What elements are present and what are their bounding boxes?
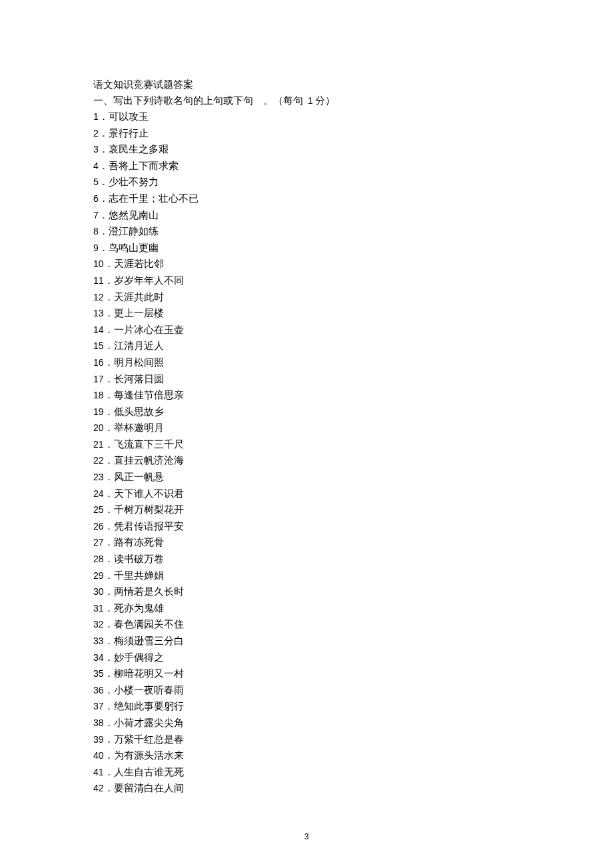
item-separator: ． — [99, 177, 109, 187]
item-text: 凭君传语报平安 — [114, 521, 184, 532]
item-number: 29 — [93, 570, 104, 581]
item-separator: ． — [104, 636, 114, 646]
item-number: 28 — [93, 554, 104, 564]
list-item: 22．直挂云帆济沧海 — [93, 452, 533, 469]
item-separator: ． — [104, 390, 114, 400]
section-heading: 一、写出下列诗歌名句的上句或下句 。（每句 1 分） — [93, 93, 533, 109]
list-item: 19．低头思故乡 — [93, 404, 533, 420]
item-separator: ． — [104, 521, 114, 532]
document-title: 语文知识竞赛试题答案 — [93, 77, 533, 93]
item-separator: ． — [104, 570, 114, 581]
list-item: 41．人生自古谁无死 — [93, 764, 533, 781]
document-body: 语文知识竞赛试题答案 一、写出下列诗歌名句的上句或下句 。（每句 1 分） 1．… — [0, 0, 613, 823]
item-number: 18 — [93, 390, 104, 400]
list-item: 31．死亦为鬼雄 — [93, 600, 533, 617]
list-item: 14．一片冰心在玉壶 — [93, 322, 533, 338]
list-item: 29．千里共婵娟 — [93, 568, 533, 584]
item-number: 1 — [93, 111, 99, 122]
list-item: 15．江清月近人 — [93, 338, 533, 354]
item-text: 死亦为鬼雄 — [114, 603, 164, 614]
item-text: 飞流直下三千尺 — [114, 439, 184, 450]
list-item: 38．小荷才露尖尖角 — [93, 715, 533, 731]
item-number: 13 — [93, 308, 104, 318]
item-separator: ． — [104, 734, 114, 745]
item-number: 8 — [93, 226, 99, 236]
item-text: 举杯邀明月 — [114, 422, 164, 433]
item-separator: ． — [104, 554, 114, 564]
list-item: 30．两情若是久长时 — [93, 584, 533, 600]
section-heading-points-unit: 分） — [315, 95, 335, 106]
list-item: 20．举杯邀明月 — [93, 420, 533, 436]
item-separator: ． — [104, 652, 114, 663]
section-heading-points-number: 1 — [308, 95, 313, 106]
list-item: 10．天涯若比邻 — [93, 256, 533, 272]
answer-list: 1．可以攻玉2．景行行止3．哀民生之多艰4．吾将上下而求索5．少壮不努力6．志在… — [93, 109, 533, 797]
item-number: 16 — [93, 357, 104, 368]
item-number: 15 — [93, 340, 104, 351]
item-number: 5 — [93, 177, 99, 187]
list-item: 7．悠然见南山 — [93, 207, 533, 224]
list-item: 1．可以攻玉 — [93, 109, 533, 125]
item-text: 志在千里；壮心不已 — [109, 193, 199, 204]
item-separator: ． — [99, 193, 109, 204]
list-item: 26．凭君传语报平安 — [93, 518, 533, 535]
list-item: 33．梅须逊雪三分白 — [93, 633, 533, 650]
item-number: 34 — [93, 652, 104, 663]
item-text: 岁岁年年人不同 — [114, 275, 184, 286]
list-item: 4．吾将上下而求索 — [93, 158, 533, 175]
item-number: 31 — [93, 603, 104, 614]
item-text: 少壮不努力 — [109, 177, 159, 187]
item-separator: ． — [104, 685, 114, 695]
item-separator: ． — [104, 340, 114, 351]
item-text: 长河落日圆 — [114, 374, 164, 384]
list-item: 8．澄江静如练 — [93, 223, 533, 240]
item-number: 33 — [93, 636, 104, 646]
item-text: 春色满园关不住 — [114, 619, 184, 630]
list-item: 39．万紫千红总是春 — [93, 731, 533, 748]
item-number: 37 — [93, 701, 104, 711]
item-text: 更上一层楼 — [114, 308, 164, 318]
item-separator: ． — [104, 472, 114, 482]
item-number: 4 — [93, 161, 99, 171]
list-item: 23．风正一帆悬 — [93, 469, 533, 486]
item-separator: ． — [104, 603, 114, 614]
item-text: 低头思故乡 — [114, 406, 164, 417]
item-text: 路有冻死骨 — [114, 537, 164, 548]
item-number: 39 — [93, 734, 104, 745]
item-separator: ． — [104, 292, 114, 302]
item-text: 千树万树梨花开 — [114, 504, 184, 515]
item-text: 天涯若比邻 — [114, 258, 164, 269]
item-text: 柳暗花明又一村 — [114, 668, 184, 679]
list-item: 11．岁岁年年人不同 — [93, 272, 533, 289]
list-item: 40．为有源头活水来 — [93, 747, 533, 764]
list-item: 24．天下谁人不识君 — [93, 486, 533, 502]
list-item: 13．更上一层楼 — [93, 305, 533, 322]
list-item: 17．长河落日圆 — [93, 371, 533, 388]
item-number: 9 — [93, 242, 99, 253]
item-separator: ． — [104, 783, 114, 793]
list-item: 25．千树万树梨花开 — [93, 502, 533, 518]
item-separator: ． — [104, 488, 114, 499]
list-item: 2．景行行止 — [93, 125, 533, 142]
list-item: 28．读书破万卷 — [93, 551, 533, 568]
item-separator: ． — [104, 275, 114, 286]
item-text: 读书破万卷 — [114, 554, 164, 564]
item-separator: ． — [104, 422, 114, 433]
item-text: 哀民生之多艰 — [109, 144, 169, 155]
item-separator: ． — [104, 586, 114, 597]
list-item: 32．春色满园关不住 — [93, 616, 533, 633]
item-text: 澄江静如练 — [109, 226, 159, 236]
section-heading-prefix: 一、写出下列诗歌名句的上句或下句 — [93, 95, 253, 106]
item-text: 江清月近人 — [114, 340, 164, 351]
item-number: 27 — [93, 537, 104, 548]
list-item: 21．飞流直下三千尺 — [93, 436, 533, 453]
list-item: 42．要留清白在人间 — [93, 780, 533, 797]
item-number: 30 — [93, 586, 104, 597]
item-text: 风正一帆悬 — [114, 472, 164, 482]
item-number: 12 — [93, 292, 104, 302]
list-item: 36．小楼一夜听春雨 — [93, 682, 533, 699]
item-number: 38 — [93, 717, 104, 728]
item-text: 直挂云帆济沧海 — [114, 455, 184, 466]
list-item: 5．少壮不努力 — [93, 174, 533, 191]
item-separator: ． — [99, 210, 109, 220]
